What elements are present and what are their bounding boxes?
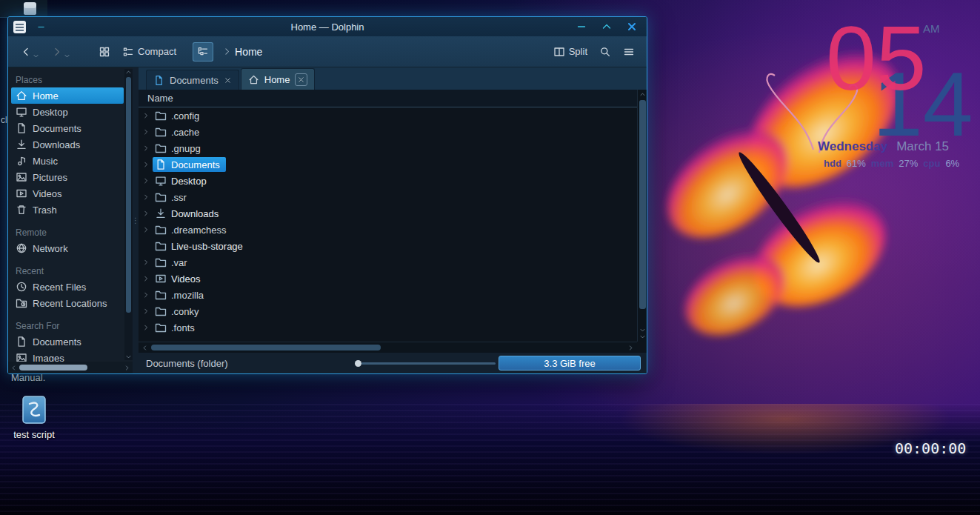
details-view-button[interactable] bbox=[193, 42, 213, 62]
places-horizontal-scrollbar[interactable] bbox=[8, 362, 133, 373]
expand-icon[interactable] bbox=[142, 193, 150, 201]
expand-icon[interactable] bbox=[142, 112, 150, 119]
scroll-left-icon[interactable] bbox=[10, 365, 17, 371]
scroll-down-icon[interactable] bbox=[639, 333, 646, 340]
details-view-icon bbox=[197, 46, 209, 58]
file-row[interactable]: Desktop bbox=[139, 173, 637, 189]
breadcrumb-item-home[interactable]: Home bbox=[235, 46, 262, 58]
scroll-down-icon[interactable] bbox=[125, 353, 132, 360]
split-button[interactable]: Split bbox=[549, 42, 592, 62]
scroll-up-icon[interactable] bbox=[125, 69, 132, 76]
sidebar-item-search-documents[interactable]: Documents bbox=[11, 333, 124, 350]
expand-icon[interactable] bbox=[142, 324, 150, 331]
sidebar-item-label: Downloads bbox=[33, 139, 80, 150]
expand-icon[interactable] bbox=[142, 128, 150, 136]
scrollbar-thumb[interactable] bbox=[639, 100, 646, 309]
sidebar-item-label: Recent Files bbox=[33, 282, 86, 293]
sidebar-item-network[interactable]: Network bbox=[11, 240, 124, 256]
free-space-bar: 3.3 GiB free bbox=[499, 356, 641, 371]
close-tab-icon[interactable] bbox=[224, 76, 232, 84]
scroll-up-icon[interactable] bbox=[639, 91, 646, 98]
file-row[interactable]: .var bbox=[139, 254, 637, 270]
file-row[interactable]: Live-usb-storage bbox=[139, 238, 637, 254]
scrollbar-thumb[interactable] bbox=[151, 345, 381, 350]
file-row[interactable]: Downloads bbox=[139, 205, 637, 222]
compact-view-button[interactable]: Compact bbox=[118, 42, 181, 62]
file-row[interactable]: Videos bbox=[139, 270, 637, 287]
sidebar-item-documents[interactable]: Documents bbox=[11, 120, 124, 136]
expand-icon[interactable] bbox=[142, 177, 150, 185]
folder-icon bbox=[155, 289, 167, 301]
file-row[interactable]: .dreamchess bbox=[139, 222, 637, 238]
sidebar-item-search-images[interactable]: Images bbox=[11, 350, 124, 362]
sidebar-item-label: Images bbox=[33, 353, 64, 362]
hamburger-menu-icon bbox=[623, 46, 635, 58]
clock-weekday: Wednesday bbox=[818, 139, 887, 154]
desktop-icon-label: test script bbox=[6, 429, 62, 440]
scrollbar-thumb[interactable] bbox=[126, 77, 131, 313]
column-header-name[interactable]: Name bbox=[139, 90, 637, 107]
expand-icon[interactable] bbox=[142, 210, 150, 217]
scroll-left-icon[interactable] bbox=[141, 345, 148, 351]
file-row[interactable]: .ssr bbox=[139, 189, 637, 205]
chevron-right-icon bbox=[222, 47, 232, 56]
file-row[interactable]: .mozilla bbox=[139, 287, 637, 303]
file-view: Name .config .cache .gnupg bbox=[139, 90, 647, 353]
sidebar-item-label: Pictures bbox=[33, 172, 67, 183]
clock-widget: 14 05 AM Wednesday March 15 hdd 61% mem … bbox=[807, 7, 978, 178]
sidebar-item-music[interactable]: Music bbox=[11, 153, 124, 169]
expand-icon[interactable] bbox=[142, 275, 150, 282]
tab-home[interactable]: Home bbox=[241, 68, 316, 90]
sidebar-item-label: Documents bbox=[33, 336, 81, 348]
folder-icon bbox=[155, 142, 167, 154]
desktop-icon-test-script[interactable]: test script bbox=[6, 395, 62, 440]
view-vertical-scrollbar[interactable] bbox=[637, 90, 647, 342]
file-row[interactable]: .conky bbox=[139, 303, 637, 319]
forward-button[interactable] bbox=[47, 42, 75, 62]
sidebar-item-videos[interactable]: Videos bbox=[11, 185, 124, 202]
close-icon[interactable] bbox=[626, 21, 638, 33]
panel-splitter[interactable]: ⋮ bbox=[133, 67, 139, 373]
expand-icon[interactable] bbox=[142, 144, 150, 152]
stat-mem-value: 27% bbox=[899, 158, 918, 169]
close-tab-icon[interactable] bbox=[297, 76, 305, 84]
sidebar-item-downloads[interactable]: Downloads bbox=[11, 136, 124, 153]
sidebar-item-pictures[interactable]: Pictures bbox=[11, 169, 124, 185]
scrollbar-thumb[interactable] bbox=[19, 365, 87, 371]
recent-files-icon bbox=[16, 281, 27, 293]
zoom-slider-track[interactable] bbox=[361, 362, 496, 365]
expand-icon[interactable] bbox=[142, 259, 150, 266]
tab-documents[interactable]: Documents bbox=[146, 70, 239, 90]
scroll-down-icon[interactable] bbox=[639, 327, 646, 333]
places-vertical-scrollbar[interactable] bbox=[124, 69, 133, 360]
icons-view-button[interactable] bbox=[94, 42, 115, 62]
expand-icon[interactable] bbox=[142, 226, 150, 233]
sidebar-item-recent-files[interactable]: Recent Files bbox=[11, 279, 124, 295]
minus-icon[interactable] bbox=[36, 22, 46, 32]
expand-icon[interactable] bbox=[142, 308, 150, 315]
sidebar-item-desktop[interactable]: Desktop bbox=[11, 104, 124, 120]
expand-icon[interactable] bbox=[142, 161, 150, 168]
file-row-selected[interactable]: Documents bbox=[139, 156, 637, 173]
scroll-right-icon[interactable] bbox=[627, 345, 634, 351]
file-row[interactable]: .gnupg bbox=[139, 140, 637, 156]
sidebar-item-home[interactable]: Home bbox=[11, 87, 124, 104]
sidebar-item-recent-locations[interactable]: Recent Locations bbox=[11, 295, 124, 311]
file-row[interactable]: .config bbox=[139, 107, 637, 124]
expand-icon[interactable] bbox=[142, 291, 150, 299]
toolbar: Compact Home Split bbox=[8, 36, 647, 67]
background-window-icon bbox=[24, 2, 36, 15]
maximize-icon[interactable] bbox=[601, 21, 613, 33]
view-horizontal-scrollbar[interactable] bbox=[139, 342, 637, 353]
zoom-slider-knob[interactable] bbox=[355, 360, 361, 367]
titlebar[interactable]: Home — Dolphin bbox=[8, 17, 647, 36]
zoom-slider[interactable] bbox=[355, 360, 496, 367]
menu-button[interactable] bbox=[619, 42, 639, 62]
back-button[interactable] bbox=[16, 42, 44, 62]
file-row[interactable]: .fonts bbox=[139, 319, 637, 336]
file-row[interactable]: .cache bbox=[139, 124, 637, 140]
sidebar-item-trash[interactable]: Trash bbox=[11, 202, 124, 218]
search-button[interactable] bbox=[595, 42, 616, 62]
minimize-icon[interactable] bbox=[576, 21, 587, 33]
scroll-right-icon[interactable] bbox=[124, 365, 130, 371]
